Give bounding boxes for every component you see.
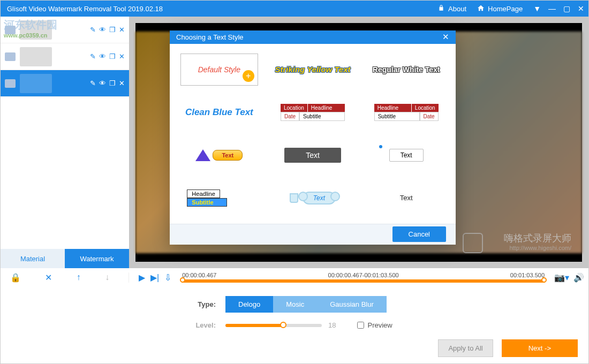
cup-icon (290, 193, 298, 203)
style-blue-label: Clean Blue Text (185, 107, 253, 118)
lt-headline: Headline (308, 104, 345, 112)
style-lower-third-1[interactable]: LocationHeadline DateSubtitle (274, 96, 352, 128)
lt-headline: Headline (374, 104, 412, 112)
lt-location: Location (412, 104, 439, 112)
dialog-title: Choosing a Text Style (176, 33, 442, 41)
style-lower-third-2[interactable]: HeadlineLocation SubtitleDate (367, 96, 445, 128)
style-bone-label: Text (303, 192, 336, 204)
style-chalk[interactable]: Text (367, 182, 445, 214)
plus-icon: + (243, 70, 254, 82)
style-bubble-label: Text (401, 151, 412, 159)
style-yellow-label: Striking Yellow Text (275, 65, 350, 74)
lt-date: Date (420, 112, 439, 121)
cancel-button[interactable]: Cancel (392, 226, 446, 242)
hs-subtitle: Subtitle (187, 198, 226, 207)
hs-headline: Headline (187, 189, 220, 198)
triangle-icon (195, 149, 210, 161)
lt-subtitle: Subtitle (299, 112, 345, 121)
modal-overlay: Choosing a Text Style ✕ Default Style + … (1, 1, 588, 363)
lt-location: Location (281, 104, 308, 112)
dialog-header: Choosing a Text Style ✕ (170, 31, 456, 44)
style-badge-label: Text (213, 150, 243, 161)
dot-icon (379, 145, 382, 148)
style-default[interactable]: Default Style + (180, 54, 258, 86)
style-yellow[interactable]: Striking Yellow Text (274, 54, 352, 86)
style-headline-subtitle[interactable]: Headline Subtitle (180, 182, 258, 214)
style-dark[interactable]: Text (274, 139, 352, 171)
style-dark-label: Text (284, 148, 341, 163)
style-bubble[interactable]: Text (367, 139, 445, 171)
lt-date: Date (281, 112, 299, 121)
style-blue[interactable]: Clean Blue Text (180, 96, 258, 128)
close-icon[interactable]: ✕ (442, 32, 449, 42)
style-white[interactable]: Regular White Text (367, 54, 445, 86)
style-white-label: Regular White Text (373, 65, 440, 74)
dialog-footer: Cancel (170, 224, 456, 245)
style-default-label: Default Style (198, 65, 240, 74)
style-badge[interactable]: Text (180, 139, 258, 171)
text-style-dialog: Choosing a Text Style ✕ Default Style + … (170, 31, 456, 245)
style-bone[interactable]: Text (274, 182, 352, 214)
style-chalk-label: Text (400, 194, 413, 202)
lt-subtitle: Subtitle (374, 112, 420, 121)
